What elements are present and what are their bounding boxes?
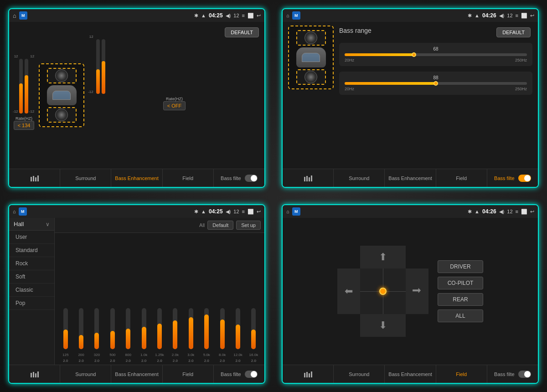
nav-item-bass-4[interactable]: Bass Enhancement <box>385 365 436 383</box>
eq-band-fill-320 <box>94 333 99 349</box>
eq-band-5.0k <box>200 308 214 349</box>
window-icon-2[interactable]: ⬜ <box>521 13 527 19</box>
val-label-125: 2.0 <box>58 359 72 363</box>
nav-item-eq-3[interactable] <box>9 365 60 383</box>
preset-rock[interactable]: Rock <box>9 257 54 270</box>
rate-btn-right[interactable]: < OFF <box>163 101 186 110</box>
nav-item-surround-1[interactable]: Surround <box>60 169 111 187</box>
eq-band-2.0k <box>168 308 182 349</box>
eq-track-l2[interactable] <box>25 59 28 113</box>
eq-track-l1[interactable] <box>19 59 23 113</box>
eq-band-track-2.0k[interactable] <box>173 308 177 349</box>
sp-arrow-left[interactable]: ⬅ <box>337 268 360 314</box>
nav-item-surround-2[interactable]: Surround <box>334 169 385 187</box>
field-label-1: Field <box>182 175 193 181</box>
all-btn[interactable]: ALL <box>438 309 483 322</box>
preset-soft[interactable]: Soft <box>9 270 54 284</box>
eq-band-track-125[interactable] <box>63 308 68 349</box>
nav-item-eq-1[interactable] <box>9 169 60 187</box>
home-icon-3[interactable]: ⌂ <box>13 209 16 214</box>
eq-band-track-5.0k[interactable] <box>204 308 209 349</box>
nav-item-eq-2[interactable] <box>283 169 334 187</box>
sp-arrow-up[interactable]: ⬆ <box>360 246 406 268</box>
default-btn-2[interactable]: DEFAULT <box>496 27 531 37</box>
sp-center <box>360 268 406 314</box>
eq-band-track-800[interactable] <box>126 308 130 349</box>
freq-label-8.0k: 8.0k <box>215 353 229 357</box>
default-btn-1[interactable]: DEFAULT <box>225 27 259 37</box>
sp-arrow-right[interactable]: ⮕ <box>406 268 428 314</box>
range-track-1[interactable] <box>345 53 527 56</box>
window-icon-4[interactable]: ⬜ <box>521 209 527 215</box>
nav-item-bassfilter-2[interactable]: Bass filte <box>487 169 538 187</box>
nav-item-bass-1[interactable]: Bass Enhancement <box>111 169 162 187</box>
nav-item-eq-4[interactable] <box>283 365 334 383</box>
range-thumb-1[interactable] <box>412 52 416 57</box>
eq-band-track-320[interactable] <box>94 308 99 349</box>
rear-btn[interactable]: REAR <box>438 293 483 306</box>
nav-item-field-3[interactable]: Field <box>163 365 214 383</box>
range-track-2[interactable] <box>345 82 527 85</box>
menu-icon-2[interactable]: ≡ <box>516 13 518 18</box>
bass-filter-toggle-4[interactable] <box>518 371 531 378</box>
spatial-dot[interactable] <box>379 288 387 295</box>
panel1-content: 12-12 12-12 Rate(HZ) <box>9 22 264 187</box>
menu-icon[interactable]: ≡ <box>242 13 245 18</box>
nav-item-bass-2[interactable]: Bass Enhancement <box>385 169 436 187</box>
nav-item-bassfilter-1[interactable]: Bass filte <box>214 169 264 187</box>
home-icon-2[interactable]: ⌂ <box>286 13 289 18</box>
copilot-btn[interactable]: CO-PILOT <box>438 277 483 289</box>
val-label-500: 2.0 <box>105 359 119 363</box>
default-btn-3[interactable]: Default <box>207 221 233 230</box>
eq-band-track-1.0k[interactable] <box>142 308 146 349</box>
eq-track-r2[interactable] <box>102 39 105 94</box>
nav-item-surround-3[interactable]: Surround <box>60 365 111 383</box>
nav-item-field-4[interactable]: Field <box>436 365 487 383</box>
val-label-1.0k: 2.0 <box>137 359 151 363</box>
eq-band-track-16.0k[interactable] <box>251 308 256 349</box>
home-icon-4[interactable]: ⌂ <box>286 209 289 214</box>
back-icon-4[interactable]: ↩ <box>530 209 534 215</box>
eq-band-track-8.0k[interactable] <box>220 308 225 349</box>
home-icon[interactable]: ⌂ <box>13 12 16 19</box>
eq-band-track-3.0k[interactable] <box>189 308 193 349</box>
time-display-4: 04:26 <box>482 208 496 215</box>
bassfilter-label-1: Bass filte <box>221 175 241 181</box>
eq-band-track-12.0k[interactable] <box>236 308 240 349</box>
range-thumb-2[interactable] <box>433 81 438 86</box>
window-icon-3[interactable]: ⬜ <box>248 209 254 215</box>
nav-item-surround-4[interactable]: Surround <box>334 365 385 383</box>
nav-item-bassfilter-4[interactable]: Bass filte <box>487 365 538 383</box>
preset-user[interactable]: User <box>9 231 54 244</box>
nav-item-field-2[interactable]: Field <box>436 169 487 187</box>
volume-level: 12 <box>233 13 239 18</box>
back-icon[interactable]: ↩ <box>257 13 261 19</box>
back-icon-2[interactable]: ↩ <box>530 13 534 19</box>
bass-filter-toggle-3[interactable] <box>245 371 258 378</box>
sp-arrow-down[interactable]: ⬇ <box>360 314 406 337</box>
eq-band-track-1.25k[interactable] <box>157 308 162 349</box>
preset-pop[interactable]: Pop <box>9 297 54 310</box>
eq-track-r1[interactable] <box>96 39 100 94</box>
eq-band-track-500[interactable] <box>110 308 115 349</box>
window-icon[interactable]: ⬜ <box>248 13 254 19</box>
preset-standard[interactable]: Standard <box>9 244 54 257</box>
hall-dropdown-arrow[interactable]: ∨ <box>46 221 50 227</box>
nav-item-field-1[interactable]: Field <box>163 169 214 187</box>
nav-item-bassfilter-3[interactable]: Bass filte <box>214 365 264 383</box>
time-display: 04:25 <box>209 12 223 19</box>
setup-btn[interactable]: Set up <box>236 221 261 230</box>
bass-filter-toggle-1[interactable] <box>245 175 258 182</box>
vol-icon: ◀) <box>226 13 231 19</box>
wifi-icon-3: ▲ <box>201 209 206 214</box>
back-icon-3[interactable]: ↩ <box>257 209 261 215</box>
preset-classic[interactable]: Classic <box>9 284 54 297</box>
speaker-cone-front <box>55 69 68 82</box>
eq-band-track-200[interactable] <box>79 308 83 349</box>
menu-icon-4[interactable]: ≡ <box>516 209 518 214</box>
driver-btn[interactable]: DRIVER <box>438 260 483 273</box>
bass-filter-toggle-2[interactable] <box>518 175 531 182</box>
menu-icon-3[interactable]: ≡ <box>242 209 245 214</box>
rate-btn-left[interactable]: < 134 <box>14 121 35 130</box>
nav-item-bass-3[interactable]: Bass Enhancement <box>111 365 162 383</box>
